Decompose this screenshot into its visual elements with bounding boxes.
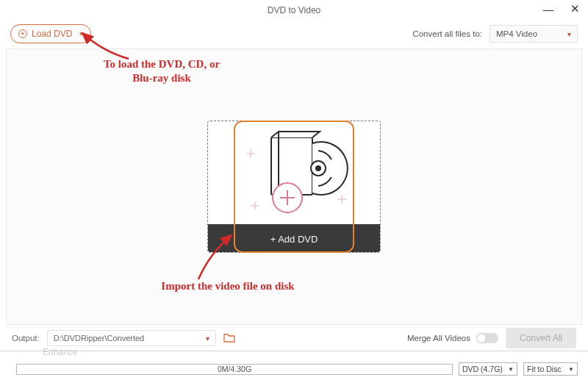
window-controls: — ✕ [535, 0, 588, 18]
plus-circle-icon: + [18, 29, 27, 38]
output-path-select[interactable]: D:\DVDRipper\Converted ▾ [47, 330, 216, 346]
progress-text: 0M/4.30G [218, 365, 251, 373]
disc-size-select[interactable]: DVD (4.7G) ▼ [459, 362, 517, 376]
toolbar: + Load DVD ▾ Convert all files to: MP4 V… [0, 21, 588, 47]
output-bar: Output: D:\DVDRipper\Converted ▾ Merge A… [6, 326, 582, 351]
dvd-art [208, 121, 380, 224]
chevron-down-icon: ▾ [206, 334, 209, 343]
main-stage: + Add DVD [6, 49, 582, 325]
output-format-select[interactable]: MP4 Video ▾ [490, 25, 578, 43]
add-dvd-label: + Add DVD [270, 234, 318, 245]
add-dvd-bar[interactable]: + Add DVD [208, 224, 380, 253]
svg-point-11 [316, 166, 320, 171]
burn-progress: 0M/4.30G [16, 364, 453, 375]
progress-row: 0M/4.30G DVD (4.7G) ▼ Fit to Disc ▼ [16, 362, 578, 376]
titlebar: DVD to Video — ✕ [0, 0, 588, 21]
chevron-down-icon: ▼ [508, 366, 514, 373]
merge-label: Merge All Videos [407, 334, 470, 343]
convert-target: Convert all files to: MP4 Video ▾ [412, 25, 578, 43]
convert-all-label: Convert all files to: [412, 29, 482, 38]
chevron-down-icon: ▼ [568, 366, 574, 373]
open-folder-icon[interactable] [223, 332, 235, 345]
fit-value: Fit to Disc [527, 365, 562, 373]
convert-all-button[interactable]: Convert All [506, 328, 576, 348]
output-format-value: MP4 Video [496, 29, 537, 38]
fit-select[interactable]: Fit to Disc ▼ [523, 362, 578, 376]
minimize-button[interactable]: — [535, 0, 562, 18]
secondary-bar: Enhance 0M/4.30G DVD (4.7G) ▼ Fit to Dis… [0, 351, 588, 380]
chevron-down-icon: ▾ [567, 30, 571, 38]
load-dvd-label: Load DVD [32, 29, 72, 39]
close-button[interactable]: ✕ [562, 0, 588, 18]
chevron-down-icon: ▾ [79, 30, 83, 37]
window-title: DVD to Video [268, 5, 321, 15]
disc-size-value: DVD (4.7G) [462, 365, 503, 373]
merge-videos: Merge All Videos [407, 333, 498, 343]
convert-all-label: Convert All [520, 333, 562, 343]
output-path-value: D:\DVDRipper\Converted [54, 334, 145, 343]
dvd-dropzone[interactable]: + Add DVD [207, 121, 381, 253]
enhance-label: Enhance [43, 347, 77, 357]
load-dvd-button[interactable]: + Load DVD ▾ [10, 24, 91, 43]
output-label: Output: [12, 334, 40, 343]
merge-toggle[interactable] [476, 333, 498, 343]
